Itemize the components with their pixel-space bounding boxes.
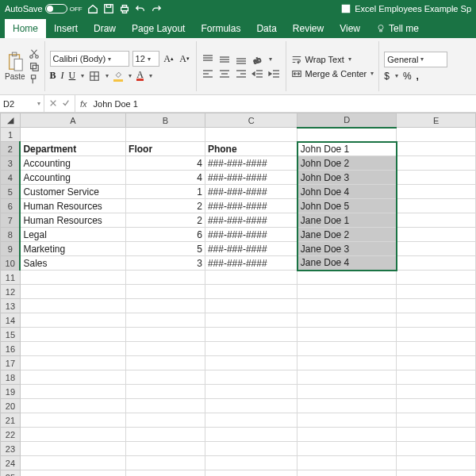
cell[interactable]: [298, 428, 397, 442]
cell[interactable]: John Doe 5: [298, 199, 397, 213]
cell[interactable]: 2: [126, 199, 205, 213]
cell[interactable]: [397, 271, 476, 285]
row-header[interactable]: 16: [1, 342, 21, 356]
cell[interactable]: [126, 313, 205, 328]
cell[interactable]: [205, 299, 297, 313]
cell[interactable]: [126, 356, 205, 370]
cell[interactable]: Jane Doe 3: [298, 242, 397, 256]
orientation-icon[interactable]: ab: [251, 54, 264, 65]
cell[interactable]: [298, 442, 397, 456]
cell[interactable]: [126, 299, 205, 313]
indent-increase-icon[interactable]: [268, 68, 281, 79]
cell[interactable]: [397, 256, 476, 271]
cell-active[interactable]: John Doe 1: [298, 142, 397, 156]
cell[interactable]: [397, 399, 476, 413]
cell[interactable]: [397, 370, 476, 385]
tab-draw[interactable]: Draw: [86, 19, 124, 38]
cell[interactable]: [205, 413, 297, 428]
cell[interactable]: [126, 456, 205, 470]
fx-icon[interactable]: fx: [75, 99, 92, 109]
cell[interactable]: [298, 370, 397, 385]
cell[interactable]: Jane Doe 2: [298, 228, 397, 242]
cell[interactable]: 2: [126, 213, 205, 228]
row-header[interactable]: 19: [1, 385, 21, 399]
row-header[interactable]: 4: [1, 171, 21, 185]
cell[interactable]: [397, 456, 476, 470]
cell[interactable]: ###-###-####: [205, 156, 297, 171]
cell[interactable]: [397, 328, 476, 342]
cell[interactable]: [397, 285, 476, 299]
row-header[interactable]: 25: [1, 470, 21, 477]
cell[interactable]: [205, 370, 297, 385]
row-header[interactable]: 11: [1, 271, 21, 285]
tab-view[interactable]: View: [332, 19, 368, 38]
cell[interactable]: [397, 342, 476, 356]
autosave-toggle[interactable]: AutoSave OFF: [5, 4, 83, 13]
cell[interactable]: [20, 313, 125, 328]
cell[interactable]: [20, 385, 125, 399]
cell[interactable]: [20, 299, 125, 313]
home-icon[interactable]: [87, 3, 98, 14]
cell[interactable]: [298, 399, 397, 413]
cell[interactable]: [298, 470, 397, 477]
cell[interactable]: Customer Service: [20, 185, 125, 199]
cell[interactable]: Accounting: [20, 156, 125, 171]
cell[interactable]: [205, 385, 297, 399]
cell[interactable]: [397, 213, 476, 228]
cell[interactable]: [126, 470, 205, 477]
cell[interactable]: [205, 271, 297, 285]
cell[interactable]: Human Resources: [20, 213, 125, 228]
cell[interactable]: [397, 156, 476, 171]
align-bottom-icon[interactable]: [235, 54, 248, 65]
cell[interactable]: [126, 413, 205, 428]
redo-icon[interactable]: [151, 3, 162, 14]
tab-home[interactable]: Home: [5, 19, 46, 38]
cell[interactable]: [126, 342, 205, 356]
cell[interactable]: [20, 456, 125, 470]
formula-value[interactable]: John Doe 1: [92, 99, 140, 109]
wrap-text-button[interactable]: Wrap Text▾: [291, 54, 374, 65]
undo-icon[interactable]: [135, 3, 146, 14]
cell[interactable]: [298, 342, 397, 356]
cell[interactable]: [298, 313, 397, 328]
cell[interactable]: 5: [126, 242, 205, 256]
cell[interactable]: [298, 456, 397, 470]
increase-font-icon[interactable]: A▴: [163, 52, 175, 65]
column-header-a[interactable]: A: [20, 113, 125, 128]
copy-icon[interactable]: [29, 61, 40, 72]
indent-decrease-icon[interactable]: [251, 68, 264, 79]
cell[interactable]: [205, 356, 297, 370]
cell[interactable]: [397, 470, 476, 477]
enter-formula-icon[interactable]: [62, 98, 70, 109]
cell[interactable]: [397, 413, 476, 428]
row-header[interactable]: 7: [1, 213, 21, 228]
cell[interactable]: Floor: [126, 142, 205, 156]
tab-page-layout[interactable]: Page Layout: [124, 19, 193, 38]
cell[interactable]: Sales: [20, 256, 125, 271]
cell[interactable]: 1: [126, 185, 205, 199]
tell-me[interactable]: Tell me: [368, 19, 427, 38]
print-icon[interactable]: [119, 3, 130, 14]
cell[interactable]: [126, 442, 205, 456]
row-header[interactable]: 22: [1, 428, 21, 442]
row-header[interactable]: 5: [1, 185, 21, 199]
row-header[interactable]: 15: [1, 328, 21, 342]
cell[interactable]: [298, 356, 397, 370]
cell[interactable]: [20, 342, 125, 356]
cell[interactable]: ###-###-####: [205, 213, 297, 228]
cell[interactable]: [205, 328, 297, 342]
row-header[interactable]: 6: [1, 199, 21, 213]
border-button[interactable]: [89, 71, 100, 82]
cell[interactable]: [205, 313, 297, 328]
cell[interactable]: [205, 470, 297, 477]
cell[interactable]: [205, 342, 297, 356]
cell[interactable]: [298, 271, 397, 285]
cell[interactable]: [397, 385, 476, 399]
cell[interactable]: [20, 128, 125, 142]
column-header-c[interactable]: C: [205, 113, 297, 128]
row-header[interactable]: 21: [1, 413, 21, 428]
spreadsheet-grid[interactable]: ◢ A B C D E 1 2DepartmentFloorPhoneJohn …: [0, 113, 476, 476]
tab-formulas[interactable]: Formulas: [193, 19, 248, 38]
row-header[interactable]: 8: [1, 228, 21, 242]
cut-icon[interactable]: [29, 48, 40, 60]
